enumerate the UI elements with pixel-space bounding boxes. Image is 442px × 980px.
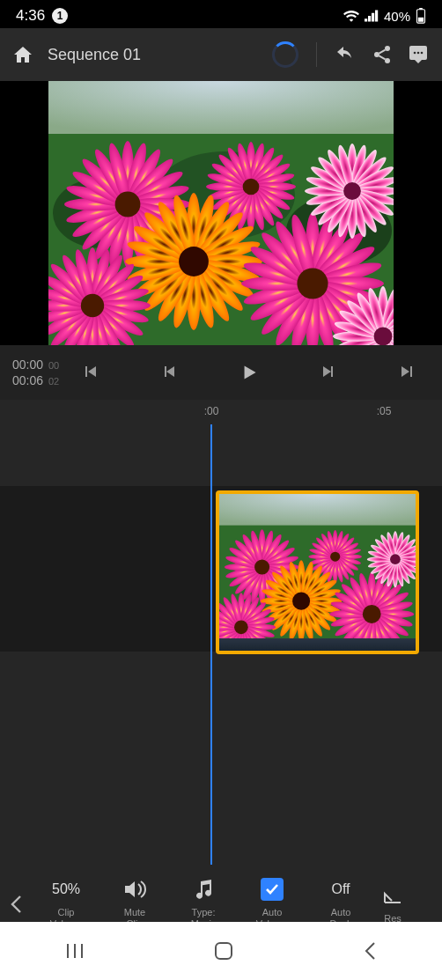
clip-volume-value: 50% — [52, 879, 80, 900]
preview-image — [48, 81, 394, 345]
ruler-tick-0: :00 — [204, 405, 219, 417]
svg-point-48 — [330, 552, 340, 562]
play-button[interactable] — [238, 361, 261, 384]
music-note-icon — [194, 879, 213, 900]
svg-point-41 — [297, 268, 328, 298]
svg-point-42 — [343, 182, 361, 200]
home-button[interactable] — [12, 44, 33, 65]
svg-point-5 — [385, 58, 390, 63]
system-nav-bar — [0, 922, 442, 980]
preview-area[interactable] — [0, 81, 442, 345]
auto-volume-checkbox[interactable] — [261, 878, 284, 901]
svg-point-38 — [115, 192, 141, 217]
status-bar: 4:36 1 40% — [0, 0, 442, 28]
svg-rect-2 — [418, 18, 424, 22]
battery-text: 40% — [384, 9, 410, 24]
svg-point-7 — [417, 52, 420, 55]
signal-icon — [365, 10, 379, 22]
current-time: 00:00 — [12, 357, 43, 372]
app-toolbar: Sequence 01 — [0, 28, 442, 81]
timeline-ruler[interactable]: :00 :05 — [0, 400, 442, 424]
status-time: 4:36 — [16, 7, 45, 25]
timeline[interactable] — [0, 424, 442, 865]
sequence-title[interactable]: Sequence 01 — [48, 46, 141, 64]
options-scroll-left[interactable] — [0, 895, 32, 914]
svg-point-47 — [254, 560, 269, 575]
svg-point-43 — [81, 294, 104, 317]
svg-point-44 — [374, 328, 393, 345]
svg-rect-1 — [419, 8, 423, 10]
reset-option[interactable]: Res — [375, 885, 410, 925]
svg-point-40 — [179, 247, 209, 276]
svg-point-51 — [390, 554, 401, 564]
share-button[interactable] — [372, 44, 393, 65]
svg-rect-53 — [216, 943, 232, 959]
duration-frame: 02 — [48, 376, 59, 387]
speaker-icon — [123, 880, 146, 899]
svg-point-3 — [385, 46, 390, 51]
loading-spinner — [272, 41, 298, 68]
svg-point-8 — [421, 52, 424, 55]
home-nav-button[interactable] — [214, 941, 233, 961]
svg-point-49 — [292, 593, 310, 610]
playback-bar: 00:00 00 00:06 02 — [0, 345, 442, 400]
skip-start-button[interactable] — [80, 361, 101, 384]
playhead[interactable] — [210, 424, 212, 865]
auto-duck-value: Off — [331, 879, 350, 900]
skip-end-button[interactable] — [396, 361, 417, 384]
notification-count: 1 — [52, 8, 68, 24]
duration-time: 00:06 — [12, 373, 43, 387]
toolbar-divider — [316, 42, 317, 67]
reset-icon — [383, 887, 402, 904]
svg-point-39 — [243, 179, 260, 195]
comment-button[interactable] — [407, 44, 430, 65]
current-frame: 00 — [48, 360, 59, 371]
ruler-tick-5: :05 — [377, 405, 392, 417]
step-back-button[interactable] — [158, 361, 180, 384]
undo-button[interactable] — [335, 44, 357, 65]
svg-point-6 — [414, 52, 416, 55]
wifi-icon — [343, 10, 359, 22]
clip-audio-waveform — [219, 638, 416, 651]
back-nav-button[interactable] — [363, 941, 377, 961]
svg-point-52 — [234, 620, 248, 634]
recents-button[interactable] — [65, 942, 85, 960]
step-forward-button[interactable] — [318, 361, 339, 384]
battery-icon — [416, 8, 426, 24]
video-clip[interactable] — [216, 490, 419, 654]
svg-point-50 — [363, 605, 381, 623]
